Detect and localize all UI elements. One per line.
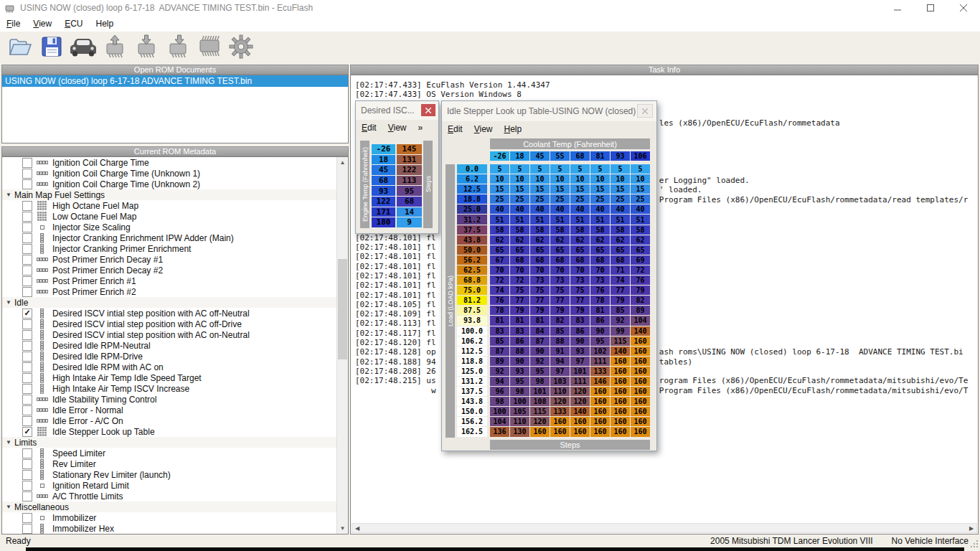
stepper-value-cell[interactable]: 70 xyxy=(590,265,610,275)
stepper-value-cell[interactable]: 84 xyxy=(530,326,550,336)
tree-item[interactable]: Desired Idle RPM-Neutral xyxy=(2,340,337,351)
checkbox-checked[interactable]: ✓ xyxy=(22,309,32,319)
stepper-value-cell[interactable]: 160 xyxy=(550,427,570,436)
stepper-value-cell[interactable]: 25 xyxy=(510,194,529,204)
stepper-value-cell[interactable]: 51 xyxy=(550,215,570,224)
stepper-value-cell[interactable]: 160 xyxy=(631,377,650,386)
stepper-value-cell[interactable]: 10 xyxy=(611,174,630,184)
stepper-value-cell[interactable]: 51 xyxy=(590,215,610,224)
stepper-value-cell[interactable]: 51 xyxy=(530,215,550,224)
stepper-value-cell[interactable]: 73 xyxy=(550,276,570,285)
stepper-value-cell[interactable]: 25 xyxy=(550,194,570,204)
stepper-value-cell[interactable]: 68 xyxy=(570,255,590,265)
stepper-value-cell[interactable]: 95 xyxy=(530,367,550,376)
stepper-value-cell[interactable]: 74 xyxy=(490,286,509,295)
stepper-value-cell[interactable]: 160 xyxy=(550,417,570,426)
stepper-value-cell[interactable]: 75 xyxy=(510,286,529,295)
stepper-value-cell[interactable]: 58 xyxy=(631,225,650,235)
checkbox-unchecked[interactable] xyxy=(22,287,32,297)
stepper-value-cell[interactable]: 76 xyxy=(590,286,610,295)
stepper-value-cell[interactable]: 40 xyxy=(510,204,529,214)
scroll-left-arrow-icon[interactable]: ◀ xyxy=(352,524,362,532)
stepper-value-cell[interactable]: 133 xyxy=(590,367,610,376)
stepper-value-cell[interactable]: 65 xyxy=(550,245,570,255)
stepper-value-cell[interactable]: 58 xyxy=(550,225,570,235)
stepper-value-cell[interactable]: 15 xyxy=(510,184,529,194)
stepper-value-cell[interactable]: 81 xyxy=(510,316,529,325)
stepper-value-cell[interactable]: 91 xyxy=(550,347,570,356)
main-menu-item-file[interactable]: File xyxy=(0,17,27,31)
tree-item[interactable]: Immobilizer xyxy=(2,512,337,523)
stepper-value-cell[interactable]: 92 xyxy=(611,316,630,325)
tree-item[interactable]: A/C Throttle Limits xyxy=(2,491,337,501)
stepper-value-cell[interactable]: 98 xyxy=(510,387,529,396)
tree-item[interactable]: High Intake Air Temp Idle Speed Target xyxy=(2,372,337,383)
tree-item[interactable]: Rev Limiter xyxy=(2,458,337,469)
stepper-value-cell[interactable]: 40 xyxy=(631,204,650,214)
stepper-value-cell[interactable]: 110 xyxy=(550,387,570,396)
checkbox-unchecked[interactable] xyxy=(22,265,32,276)
stepper-value-cell[interactable]: 76 xyxy=(631,276,650,285)
stepper-value-cell[interactable]: 58 xyxy=(570,225,590,235)
stepper-value-cell[interactable]: 5 xyxy=(510,164,529,174)
stepper-value-cell[interactable]: 10 xyxy=(631,174,650,184)
checkbox-unchecked[interactable] xyxy=(22,341,32,351)
stepper-value-cell[interactable]: 160 xyxy=(631,357,650,366)
tree-item[interactable]: ✓Desired ISCV intial step position with … xyxy=(2,308,337,319)
tree-item[interactable]: Ignition Coil Charge Time xyxy=(2,157,337,168)
stepper-value-cell[interactable]: 108 xyxy=(530,397,550,406)
stepper-value-cell[interactable]: 110 xyxy=(510,417,529,426)
isc-menu-item-edit[interactable]: Edit xyxy=(356,121,382,134)
desired-isc-close-button[interactable] xyxy=(421,104,435,116)
vehicle-connect-button[interactable] xyxy=(69,34,98,62)
stepper-value-cell[interactable]: 40 xyxy=(590,204,610,214)
stepper-value-cell[interactable]: 68 xyxy=(550,255,570,265)
stepper-value-cell[interactable]: 5 xyxy=(611,164,630,174)
stepper-value-cell[interactable]: 5 xyxy=(530,164,550,174)
idle-stepper-titlebar[interactable]: Idle Stepper Look up Table-USING NOW (cl… xyxy=(442,101,656,121)
tree-item[interactable]: Desired Idle RPM with AC on xyxy=(2,362,337,372)
stepper-value-cell[interactable]: 100 xyxy=(490,407,509,416)
stepper-value-cell[interactable]: 86 xyxy=(570,326,590,336)
stepper-value-cell[interactable]: 69 xyxy=(631,255,650,265)
stepper-value-cell[interactable]: 105 xyxy=(510,407,529,416)
stepper-value-cell[interactable]: 65 xyxy=(611,245,630,255)
close-button[interactable] xyxy=(947,0,980,16)
stepper-value-cell[interactable]: 98 xyxy=(530,377,550,386)
stepper-value-cell[interactable]: 93 xyxy=(570,347,590,356)
stepper-value-cell[interactable]: 115 xyxy=(611,336,630,346)
tree-item[interactable]: ✓Idle Stepper Look up Table xyxy=(2,426,337,437)
stepper-value-cell[interactable]: 65 xyxy=(530,245,550,255)
stepper-value-cell[interactable]: 81 xyxy=(590,306,610,315)
stepper-value-cell[interactable]: 89 xyxy=(631,306,650,315)
stepper-value-cell[interactable]: 85 xyxy=(550,326,570,336)
stepper-value-cell[interactable]: 160 xyxy=(631,336,650,346)
isc-step-value-cell[interactable]: 68 xyxy=(397,197,422,207)
stepper-value-cell[interactable]: 73 xyxy=(570,276,590,285)
tree-item[interactable]: High Intake Air Temp ISCV Increase xyxy=(2,383,337,394)
tree-item[interactable]: Post Primer Enrich Decay #2 xyxy=(2,265,337,276)
tree-category[interactable]: ▼Idle xyxy=(2,297,337,308)
stepper-value-cell[interactable]: 120 xyxy=(550,397,570,406)
tree-scrollbar-thumb[interactable] xyxy=(338,259,347,359)
stepper-value-cell[interactable]: 160 xyxy=(590,397,610,406)
stepper-value-cell[interactable]: 82 xyxy=(550,316,570,325)
stepper-value-cell[interactable]: 62 xyxy=(490,235,509,245)
stepper-value-cell[interactable]: 111 xyxy=(590,357,610,366)
stepper-value-cell[interactable]: 5 xyxy=(590,164,610,174)
checkbox-unchecked[interactable] xyxy=(22,169,32,179)
stepper-value-cell[interactable]: 90 xyxy=(510,357,529,366)
stepper-menu-item-view[interactable]: View xyxy=(468,123,499,136)
read-ecu-button[interactable] xyxy=(100,34,129,62)
stepper-value-cell[interactable]: 160 xyxy=(611,357,630,366)
stepper-value-cell[interactable]: 160 xyxy=(611,417,630,426)
checkbox-unchecked[interactable] xyxy=(22,352,32,362)
stepper-value-cell[interactable]: 160 xyxy=(570,417,590,426)
stepper-value-cell[interactable]: 160 xyxy=(631,347,650,356)
stepper-value-cell[interactable]: 40 xyxy=(570,204,590,214)
tree-item[interactable]: High Octane Fuel Map xyxy=(2,200,337,211)
open-rom-button[interactable] xyxy=(6,34,34,62)
stepper-value-cell[interactable]: 10 xyxy=(530,174,550,184)
stepper-value-cell[interactable]: 140 xyxy=(570,407,590,416)
tree-item[interactable]: Idle Stability Timing Control xyxy=(2,394,337,405)
